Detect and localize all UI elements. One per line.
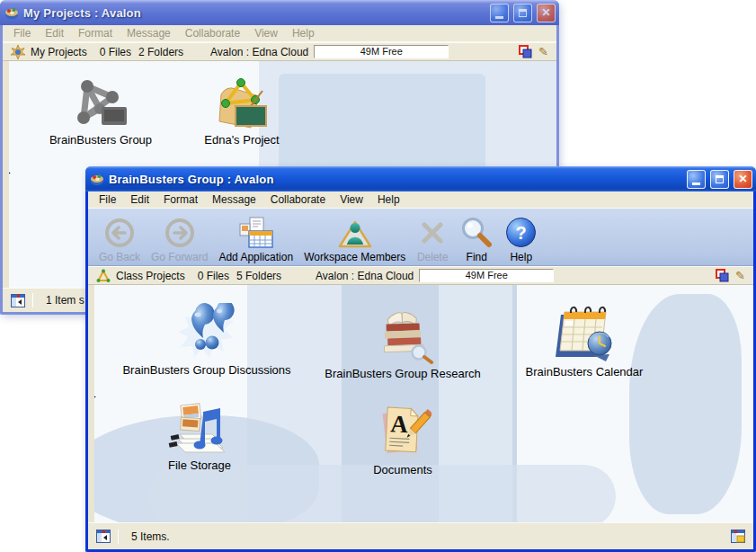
add-application-icon [238,217,274,249]
status-bar: 5 Items. [88,522,753,549]
folders-count: 2 Folders [138,46,183,58]
workspace-members-button[interactable]: Workspace Members [298,211,411,263]
minimize-button[interactable] [687,170,706,189]
menu-format[interactable]: Format [156,192,205,207]
menu-message[interactable]: Message [205,192,263,207]
window-title: My Projects : Avalon [23,6,485,20]
free-space-indicator: 49M Free [314,45,449,58]
item-research[interactable]: BrainBusters Group Research [313,307,493,380]
window-system-icon[interactable] [4,5,19,20]
tool-label: Find [467,251,487,263]
window-brainbusters-group: BrainBusters Group : Avalon ✕ File Edit … [85,166,756,552]
free-space-indicator: 49M Free [419,269,554,282]
item-label: BrainBusters Group [24,133,177,147]
documents-icon: A [331,403,475,460]
panel-expander-arrow[interactable]: ▶ [4,168,11,177]
item-label: BrainBusters Group Research [313,367,493,380]
find-magnifier-icon [459,216,494,249]
window-system-icon[interactable] [90,172,104,186]
discussions-icon [112,303,301,361]
menu-bar: File Edit Format Message Collaborate Vie… [3,25,556,42]
layers-icon[interactable] [716,269,729,282]
forward-arrow-icon [164,217,196,249]
close-button[interactable]: ✕ [734,170,752,189]
tool-label: Go Back [99,251,140,263]
location-label: My Projects [31,46,87,58]
add-application-button[interactable]: Add Application [213,211,298,263]
svg-text:?: ? [516,223,527,243]
files-count: 0 Files [100,46,131,58]
maximize-button[interactable] [710,170,729,189]
class-projects-icon [96,269,111,283]
delete-button: Delete [411,211,454,263]
go-forward-button: Go Forward [146,211,213,263]
menu-collaborate[interactable]: Collaborate [263,192,333,207]
menu-file[interactable]: File [6,26,38,40]
network-group-icon [24,73,177,130]
item-documents[interactable]: A Documents [331,403,475,476]
svg-text:A: A [390,410,410,438]
my-projects-icon [11,45,25,59]
menu-format[interactable]: Format [71,26,120,40]
workspace-members-icon [337,217,373,249]
file-storage-icon [128,398,271,456]
status-text: 5 Items. [131,530,170,543]
location-label: Class Projects [116,270,185,282]
item-brainbusters-group[interactable]: BrainBusters Group [24,73,177,147]
minimize-button[interactable] [490,4,509,22]
pencil-icon[interactable]: ✎ [735,270,745,281]
layout-view-icon[interactable] [731,530,745,543]
menu-edit[interactable]: Edit [38,26,71,40]
pencil-icon[interactable]: ✎ [538,46,548,58]
item-label: BrainBusters Group Discussions [112,363,301,377]
item-label: BrainBusters Calendar [499,365,670,378]
menu-collaborate[interactable]: Collaborate [178,26,247,40]
menu-help[interactable]: Help [370,192,407,207]
tool-label: Go Forward [151,251,208,263]
menu-help[interactable]: Help [285,26,322,40]
menu-bar: File Edit Format Message Collaborate Vie… [88,191,753,209]
close-button[interactable]: ✕ [537,4,556,22]
titlebar[interactable]: My Projects : Avalon ✕ [0,0,559,25]
menu-message[interactable]: Message [120,26,178,40]
item-file-storage[interactable]: File Storage [128,398,271,472]
item-discussions[interactable]: BrainBusters Group Discussions [112,303,301,377]
project-folder-icon [174,73,309,130]
toolbar: Go Back Go Forward Add Application Works… [88,209,753,266]
go-back-button: Go Back [93,211,146,263]
research-books-icon [313,307,493,364]
find-button[interactable]: Find [454,211,499,263]
menu-view[interactable]: View [247,26,285,40]
layers-icon[interactable] [519,45,532,58]
maximize-button[interactable] [513,4,532,22]
panel-expander-arrow[interactable]: ▶ [89,392,96,401]
delete-x-icon [416,217,449,249]
titlebar[interactable]: BrainBusters Group : Avalon ✕ [85,166,756,191]
files-count: 0 Files [198,270,229,282]
menu-view[interactable]: View [333,192,370,207]
help-icon: ? [504,216,538,249]
item-label: Documents [331,463,475,476]
menu-file[interactable]: File [92,192,123,207]
help-button[interactable]: ? Help [499,211,543,263]
account-label: Avalon : Edna Cloud [210,46,308,58]
item-label: File Storage [128,459,271,472]
panel-toggle-icon[interactable] [96,530,111,543]
tool-label: Help [510,251,532,263]
window-title: BrainBusters Group : Avalon [109,173,682,186]
menu-edit[interactable]: Edit [123,192,156,207]
tool-label: Delete [417,251,449,263]
back-arrow-icon [103,217,136,249]
item-label: Edna's Project [174,133,309,147]
item-calendar[interactable]: BrainBusters Calendar [499,305,670,378]
folders-count: 5 Folders [236,270,281,282]
tool-label: Add Application [218,251,293,263]
calendar-icon [499,305,670,362]
status-text: 1 Item s [46,294,84,307]
account-label: Avalon : Edna Cloud [316,270,414,282]
panel-toggle-icon[interactable] [11,294,25,307]
tool-label: Workspace Members [304,251,405,263]
workspace-canvas: ▶ BrainBusters Group Discussions [88,285,753,522]
workspace-info-bar: My Projects 0 Files 2 Folders Avalon : E… [3,42,556,61]
item-ednas-project[interactable]: Edna's Project [174,73,309,147]
